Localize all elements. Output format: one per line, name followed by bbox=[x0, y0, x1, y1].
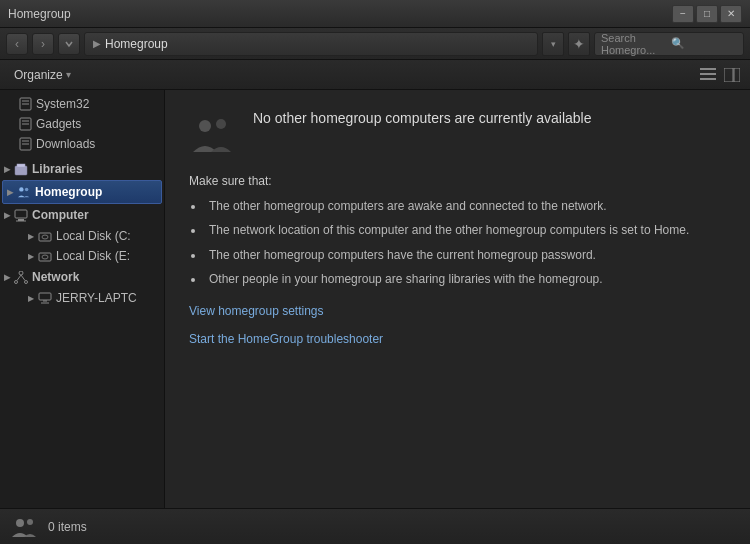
homegroup-info: No other homegroup computers are current… bbox=[253, 110, 592, 136]
status-item-count: 0 items bbox=[48, 520, 87, 534]
svg-rect-18 bbox=[15, 210, 27, 218]
organize-arrow-icon: ▾ bbox=[66, 69, 71, 80]
sidebar-item-network[interactable]: ▶ Network bbox=[0, 266, 164, 288]
title-bar: Homegroup − □ ✕ bbox=[0, 0, 750, 28]
sidebar-item-local-disk-c[interactable]: ▶ Local Disk (C: bbox=[0, 226, 164, 246]
bullet-item-3: The other homegroup computers have the c… bbox=[205, 245, 726, 265]
forward-button[interactable]: › bbox=[32, 33, 54, 55]
make-sure-label: Make sure that: bbox=[189, 174, 726, 188]
document-icon-3 bbox=[18, 137, 32, 151]
bullet-item-1: The other homegroup computers are awake … bbox=[205, 196, 726, 216]
libraries-icon bbox=[14, 162, 28, 176]
organize-label: Organize bbox=[14, 68, 63, 82]
sidebar-item-libraries[interactable]: ▶ Libraries bbox=[0, 158, 164, 180]
expand-arrow-icon-6: ▶ bbox=[4, 273, 10, 282]
sidebar-item-gadgets[interactable]: Gadgets bbox=[0, 114, 164, 134]
svg-rect-30 bbox=[39, 293, 51, 300]
sidebar-item-local-disk-e[interactable]: ▶ Local Disk (E: bbox=[0, 246, 164, 266]
expand-arrow-icon-4: ▶ bbox=[28, 232, 34, 241]
computer-icon bbox=[14, 208, 28, 222]
organize-button[interactable]: Organize ▾ bbox=[8, 65, 77, 85]
preview-pane-button[interactable] bbox=[722, 65, 742, 85]
homegroup-header: No other homegroup computers are current… bbox=[189, 110, 726, 158]
address-bar: ‹ › ▶ Homegroup ▾ ✦ Search Homegro... 🔍 bbox=[0, 28, 750, 60]
bullet-item-2: The network location of this computer an… bbox=[205, 220, 726, 240]
troubleshooter-link[interactable]: Start the HomeGroup troubleshooter bbox=[189, 332, 726, 346]
toolbar: Organize ▾ bbox=[0, 60, 750, 90]
search-box[interactable]: Search Homegro... 🔍 bbox=[594, 32, 744, 56]
sidebar-item-jerry-laptc[interactable]: ▶ JERRY-LAPTC bbox=[0, 288, 164, 308]
sidebar-jerry-laptc-label: JERRY-LAPTC bbox=[56, 291, 137, 305]
svg-point-27 bbox=[25, 280, 28, 283]
sidebar-item-downloads[interactable]: Downloads bbox=[0, 134, 164, 154]
expand-arrow-icon-3: ▶ bbox=[4, 211, 10, 220]
sidebar-item-computer[interactable]: ▶ Computer bbox=[0, 204, 164, 226]
sidebar-item-system32[interactable]: System32 bbox=[0, 94, 164, 114]
toolbar-right bbox=[698, 65, 742, 85]
bullet-item-4: Other people in your homegroup are shari… bbox=[205, 269, 726, 289]
svg-point-35 bbox=[16, 519, 24, 527]
svg-point-17 bbox=[25, 188, 29, 192]
address-dropdown-button[interactable]: ▾ bbox=[542, 32, 564, 56]
address-path[interactable]: ▶ Homegroup bbox=[84, 32, 538, 56]
path-label: Homegroup bbox=[105, 37, 168, 51]
svg-rect-23 bbox=[39, 253, 51, 261]
sidebar-label: Downloads bbox=[36, 137, 95, 151]
path-arrow: ▶ bbox=[93, 38, 101, 49]
svg-point-24 bbox=[42, 255, 48, 259]
disk-icon bbox=[38, 229, 52, 243]
close-button[interactable]: ✕ bbox=[720, 5, 742, 23]
sidebar-homegroup-label: Homegroup bbox=[35, 185, 102, 199]
content-area: No other homegroup computers are current… bbox=[165, 90, 750, 508]
homegroup-heading: No other homegroup computers are current… bbox=[253, 110, 592, 126]
svg-line-28 bbox=[17, 275, 21, 281]
svg-rect-14 bbox=[15, 166, 27, 175]
document-icon-2 bbox=[18, 117, 32, 131]
svg-rect-0 bbox=[700, 68, 716, 70]
svg-point-16 bbox=[19, 187, 23, 191]
expand-arrow-icon-5: ▶ bbox=[28, 252, 34, 261]
expand-arrow-icon: ▶ bbox=[4, 165, 10, 174]
expand-arrow-icon-7: ▶ bbox=[28, 294, 34, 303]
sidebar-label: Gadgets bbox=[36, 117, 81, 131]
sidebar-local-disk-e-label: Local Disk (E: bbox=[56, 249, 130, 263]
svg-point-34 bbox=[216, 119, 226, 129]
minimize-button[interactable]: − bbox=[672, 5, 694, 23]
network-icon bbox=[14, 270, 28, 284]
document-icon bbox=[18, 97, 32, 111]
sidebar: System32 Gadgets Downloads ▶ Libraries bbox=[0, 90, 165, 508]
back-button[interactable]: ‹ bbox=[6, 33, 28, 55]
search-placeholder: Search Homegro... bbox=[601, 32, 667, 56]
svg-rect-21 bbox=[39, 233, 51, 241]
view-toggle-button[interactable] bbox=[698, 65, 718, 85]
svg-point-33 bbox=[199, 120, 211, 132]
svg-point-26 bbox=[15, 280, 18, 283]
window-controls: − □ ✕ bbox=[672, 5, 742, 23]
search-icon: 🔍 bbox=[671, 37, 737, 50]
sidebar-network-label: Network bbox=[32, 270, 79, 284]
homegroup-icon bbox=[17, 185, 31, 199]
svg-rect-15 bbox=[17, 164, 25, 167]
recent-locations-button[interactable] bbox=[58, 33, 80, 55]
sidebar-label: System32 bbox=[36, 97, 89, 111]
svg-rect-2 bbox=[700, 78, 716, 80]
expand-arrow-icon-2: ▶ bbox=[7, 188, 13, 197]
disk-icon-2 bbox=[38, 249, 52, 263]
svg-line-29 bbox=[21, 275, 25, 281]
svg-point-36 bbox=[27, 519, 33, 525]
sidebar-libraries-label: Libraries bbox=[32, 162, 83, 176]
sidebar-local-disk-c-label: Local Disk (C: bbox=[56, 229, 131, 243]
maximize-button[interactable]: □ bbox=[696, 5, 718, 23]
bullet-list: The other homegroup computers are awake … bbox=[205, 196, 726, 290]
status-bar: 0 items bbox=[0, 508, 750, 544]
sidebar-item-homegroup[interactable]: ▶ Homegroup bbox=[2, 180, 162, 204]
window-title: Homegroup bbox=[8, 7, 672, 21]
svg-point-25 bbox=[19, 271, 23, 275]
computer-icon-2 bbox=[38, 291, 52, 305]
sidebar-computer-label: Computer bbox=[32, 208, 89, 222]
view-settings-link[interactable]: View homegroup settings bbox=[189, 304, 726, 318]
status-homegroup-icon bbox=[10, 513, 38, 541]
refresh-button[interactable]: ✦ bbox=[568, 32, 590, 56]
svg-rect-1 bbox=[700, 73, 716, 75]
homegroup-large-icon bbox=[189, 110, 237, 158]
